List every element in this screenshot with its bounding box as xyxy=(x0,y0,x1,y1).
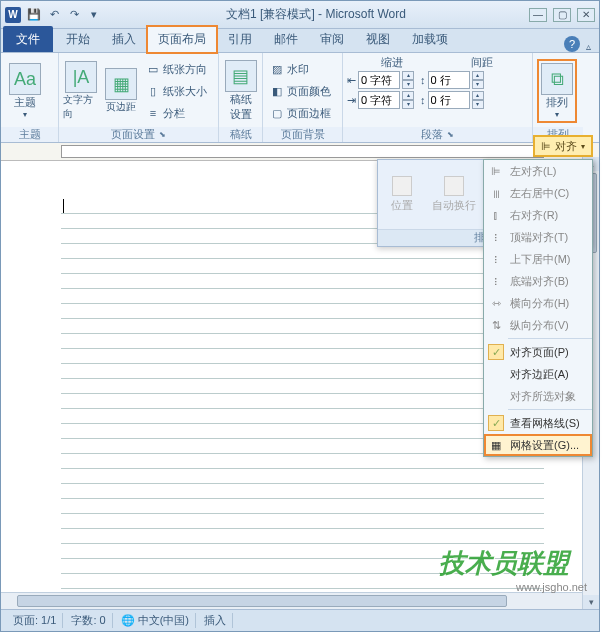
watermark-button[interactable]: ▨水印 xyxy=(267,59,334,79)
align-dropdown-button[interactable]: ⊫ 对齐 ▾ xyxy=(533,135,593,157)
manuscript-icon: ▤ xyxy=(225,60,257,92)
tab-file[interactable]: 文件 xyxy=(3,26,53,52)
check-icon: ✓ xyxy=(488,344,504,360)
menu-align-margin[interactable]: 对齐边距(A) xyxy=(484,363,592,385)
group-manuscript-label: 稿纸 xyxy=(219,127,262,142)
group-paragraph: 缩进间距 ⇤▴▾ ↕▴▾ ⇥▴▾ ↕▴▾ 段落 xyxy=(343,53,533,142)
indent-left-input[interactable] xyxy=(358,71,400,89)
spacing-after-input[interactable] xyxy=(428,91,470,109)
tab-references[interactable]: 引用 xyxy=(217,26,263,52)
manuscript-button[interactable]: ▤ 稿纸 设置 xyxy=(223,59,258,123)
group-arrange: ⧉ 排列 ▾ 排列 xyxy=(533,53,583,142)
tab-mailings[interactable]: 邮件 xyxy=(263,26,309,52)
page-color-button[interactable]: ◧页面颜色 xyxy=(267,81,334,101)
indent-left-spinner[interactable]: ▴▾ xyxy=(402,71,414,89)
spacing-after-spinner[interactable]: ▴▾ xyxy=(472,91,484,109)
status-words[interactable]: 字数: 0 xyxy=(65,613,112,628)
papersize-icon: ▯ xyxy=(146,84,160,98)
align-bottom-icon: ⫶ xyxy=(489,274,503,288)
scroll-thumb-h[interactable] xyxy=(17,595,507,607)
orientation-button[interactable]: ▭纸张方向 xyxy=(143,59,210,79)
gridline xyxy=(61,274,544,289)
maximize-button[interactable]: ▢ xyxy=(553,8,571,22)
tab-addins[interactable]: 加载项 xyxy=(401,26,459,52)
margins-icon: ▦ xyxy=(105,68,137,100)
text-cursor xyxy=(63,199,64,213)
status-language[interactable]: 🌐 中文(中国) xyxy=(115,613,196,628)
save-icon[interactable]: 💾 xyxy=(25,6,43,24)
tab-page-layout[interactable]: 页面布局 xyxy=(147,26,217,53)
tab-review[interactable]: 审阅 xyxy=(309,26,355,52)
menu-align-top: ⫶顶端对齐(T) xyxy=(484,226,592,248)
tab-home[interactable]: 开始 xyxy=(55,26,101,52)
gridline xyxy=(61,364,544,379)
wrap-icon xyxy=(444,176,464,196)
indent-right-spinner[interactable]: ▴▾ xyxy=(402,91,414,109)
align-right-icon: ⫿ xyxy=(489,208,503,222)
gridline xyxy=(61,469,544,484)
align-middlev-icon: ⫶ xyxy=(489,252,503,266)
themes-button[interactable]: Aa 主题 ▾ xyxy=(5,59,45,123)
margins-button[interactable]: ▦ 页边距 xyxy=(103,59,139,123)
status-page[interactable]: 页面: 1/1 xyxy=(7,613,63,628)
page-borders-button[interactable]: ▢页面边框 xyxy=(267,103,334,123)
menu-separator xyxy=(508,409,592,410)
gridline xyxy=(61,514,544,529)
close-button[interactable]: ✕ xyxy=(577,8,595,22)
redo-icon[interactable]: ↷ xyxy=(65,6,83,24)
paper-size-button[interactable]: ▯纸张大小 xyxy=(143,81,210,101)
horizontal-scrollbar[interactable] xyxy=(1,592,582,609)
gridline xyxy=(61,349,544,364)
group-paragraph-label[interactable]: 段落 xyxy=(343,127,532,142)
menu-show-gridlines[interactable]: ✓查看网格线(S) xyxy=(484,412,592,434)
group-manuscript: ▤ 稿纸 设置 稿纸 xyxy=(219,53,263,142)
spacing-before-input[interactable] xyxy=(428,71,470,89)
indent-left-icon: ⇤ xyxy=(347,74,356,87)
themes-icon: Aa xyxy=(9,63,41,95)
align-left-icon: ⊫ xyxy=(489,164,503,178)
align-centerh-icon: ⫼ xyxy=(489,186,503,200)
undo-icon[interactable]: ↶ xyxy=(45,6,63,24)
dist-h-icon: ⇿ xyxy=(489,296,503,310)
minimize-button[interactable]: — xyxy=(529,8,547,22)
tab-insert[interactable]: 插入 xyxy=(101,26,147,52)
gridline xyxy=(61,409,544,424)
ribbon: Aa 主题 ▾ 主题 |A 文字方向 ▦ 页边距 ▭纸张方向 ▯纸张大 xyxy=(1,53,599,143)
menu-align-selected: 对齐所选对象 xyxy=(484,385,592,407)
columns-button[interactable]: ≡分栏 xyxy=(143,103,210,123)
help-icon[interactable]: ? xyxy=(564,36,580,52)
tab-view[interactable]: 视图 xyxy=(355,26,401,52)
grid-icon: ▦ xyxy=(489,438,503,452)
group-themes: Aa 主题 ▾ 主题 xyxy=(1,53,59,142)
group-pagesetup-label[interactable]: 页面设置 xyxy=(59,127,218,142)
menu-separator xyxy=(508,338,592,339)
gridline xyxy=(61,439,544,454)
align-menu: ⊫左对齐(L) ⫼左右居中(C) ⫿右对齐(R) ⫶顶端对齐(T) ⫶上下居中(… xyxy=(483,159,593,457)
indent-right-icon: ⇥ xyxy=(347,94,356,107)
spacing-after-icon: ↕ xyxy=(420,94,426,106)
menu-align-bottom: ⫶底端对齐(B) xyxy=(484,270,592,292)
gridline xyxy=(61,289,544,304)
gridline xyxy=(61,499,544,514)
check-icon: ✓ xyxy=(488,415,504,431)
text-direction-icon: |A xyxy=(65,61,97,93)
gridline xyxy=(61,454,544,469)
arrange-button[interactable]: ⧉ 排列 ▾ xyxy=(537,59,577,123)
watermark-logo: 技术员联盟 xyxy=(439,546,569,581)
gridline xyxy=(61,529,544,544)
scroll-down-icon[interactable]: ▾ xyxy=(583,595,599,609)
gridline xyxy=(61,484,544,499)
collapse-ribbon-icon[interactable]: ▵ xyxy=(586,41,591,52)
text-direction-button[interactable]: |A 文字方向 xyxy=(63,59,99,123)
status-insert-mode[interactable]: 插入 xyxy=(198,613,233,628)
gridline xyxy=(61,379,544,394)
spacing-before-spinner[interactable]: ▴▾ xyxy=(472,71,484,89)
menu-distribute-v: ⇅纵向分布(V) xyxy=(484,314,592,336)
menu-align-page[interactable]: ✓对齐页面(P) xyxy=(484,341,592,363)
gridline xyxy=(61,304,544,319)
menu-grid-settings[interactable]: ▦网格设置(G)... xyxy=(484,434,592,456)
position-button: 位置 xyxy=(391,176,413,213)
qat-dropdown-icon[interactable]: ▾ xyxy=(85,6,103,24)
menu-align-left: ⊫左对齐(L) xyxy=(484,160,592,182)
indent-right-input[interactable] xyxy=(358,91,400,109)
